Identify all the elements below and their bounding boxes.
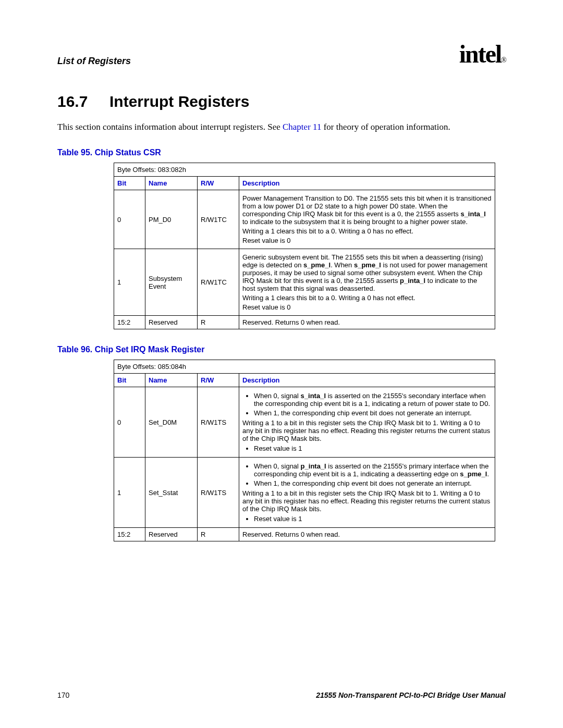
- signal-name: p_inta_l: [400, 277, 425, 285]
- running-head: List of Registers: [57, 56, 131, 67]
- desc-text: Power Management Transition to D0. The 2…: [242, 194, 491, 218]
- desc-text: Reset value is 0: [242, 237, 492, 244]
- col-name: Name: [145, 374, 198, 387]
- list-item: Reset value is 1: [254, 445, 492, 452]
- col-rw: R/W: [198, 177, 239, 190]
- desc-text: Writing a 1 clears this bit to a 0. Writ…: [242, 294, 492, 302]
- name-cell: Reserved: [145, 316, 198, 329]
- desc-text: Writing a 1 to a bit in this register se…: [242, 419, 492, 442]
- list-item: When 1, the corresponding chip event bit…: [254, 479, 492, 487]
- desc-text: to indicate to the subsystem that it is …: [242, 218, 468, 226]
- bit-cell: 15:2: [114, 528, 145, 541]
- name-cell: Subsystem Event: [145, 249, 198, 316]
- table-row: 1 Subsystem Event R/W1TC Generic subsyst…: [114, 249, 495, 316]
- intro-text-after: for theory of operation information.: [321, 122, 450, 132]
- table-row: 15:2 Reserved R Reserved. Returns 0 when…: [114, 528, 495, 541]
- rw-cell: R/W1TC: [198, 249, 239, 316]
- manual-title: 21555 Non-Transparent PCI-to-PCI Bridge …: [316, 691, 506, 699]
- table-row: 15:2 Reserved R Reserved. Returns 0 when…: [114, 316, 495, 329]
- name-cell: Set_D0M: [145, 387, 198, 458]
- page-footer: 170 21555 Non-Transparent PCI-to-PCI Bri…: [57, 691, 506, 699]
- signal-name: s_pme_l: [303, 261, 331, 269]
- desc-text: When 0, signal: [254, 392, 301, 400]
- logo-text: intel: [459, 40, 501, 68]
- table95: Byte Offsets: 083:082h Bit Name R/W Desc…: [114, 163, 495, 329]
- rw-cell: R: [198, 528, 239, 541]
- signal-name: p_inta_l: [301, 462, 326, 470]
- table96: Byte Offsets: 085:084h Bit Name R/W Desc…: [114, 360, 495, 541]
- name-cell: Reserved: [145, 528, 198, 541]
- list-item: When 1, the corresponding chip event bit…: [254, 409, 492, 417]
- table-row: 0 PM_D0 R/W1TC Power Management Transiti…: [114, 190, 495, 249]
- col-desc: Description: [239, 177, 495, 190]
- col-bit: Bit: [114, 374, 145, 387]
- intro-text-before: This section contains information about …: [57, 122, 283, 132]
- desc-cell: Reserved. Returns 0 when read.: [239, 316, 495, 329]
- signal-name: s_inta_l: [460, 210, 485, 218]
- logo-mark: ®: [501, 56, 506, 64]
- col-rw: R/W: [198, 374, 239, 387]
- name-cell: Set_Sstat: [145, 458, 198, 528]
- bit-cell: 15:2: [114, 316, 145, 329]
- desc-text: When 0, signal: [254, 462, 301, 470]
- table95-byte-offsets-row: Byte Offsets: 083:082h: [114, 163, 495, 177]
- page-header: List of Registers intel®: [57, 42, 506, 67]
- desc-text: Reset value is 0: [242, 303, 492, 311]
- desc-cell: When 0, signal p_inta_l is asserted on t…: [239, 458, 495, 528]
- signal-name: s_inta_l: [301, 392, 326, 400]
- desc-text: .: [487, 470, 489, 478]
- desc-cell: Reserved. Returns 0 when read.: [239, 528, 495, 541]
- desc-cell: Power Management Transition to D0. The 2…: [239, 190, 495, 249]
- table-row: 0 Set_D0M R/W1TS When 0, signal s_inta_l…: [114, 387, 495, 458]
- col-desc: Description: [239, 374, 495, 387]
- table96-header-row: Bit Name R/W Description: [114, 374, 495, 387]
- section-heading-text: Interrupt Registers: [109, 93, 249, 110]
- bit-cell: 0: [114, 387, 145, 458]
- list-item: When 0, signal s_inta_l is asserted on t…: [254, 392, 492, 408]
- col-bit: Bit: [114, 177, 145, 190]
- desc-cell: Generic subsystem event bit. The 21555 s…: [239, 249, 495, 316]
- signal-name: s_pme_l: [460, 470, 487, 478]
- table95-header-row: Bit Name R/W Description: [114, 177, 495, 190]
- rw-cell: R/W1TC: [198, 190, 239, 249]
- bit-cell: 1: [114, 249, 145, 316]
- table-row: 1 Set_Sstat R/W1TS When 0, signal p_inta…: [114, 458, 495, 528]
- table96-caption: Table 96. Chip Set IRQ Mask Register: [57, 345, 506, 354]
- table95-caption: Table 95. Chip Status CSR: [57, 148, 506, 157]
- section-number: 16.7: [57, 93, 109, 110]
- rw-cell: R/W1TS: [198, 387, 239, 458]
- bit-cell: 1: [114, 458, 145, 528]
- bit-cell: 0: [114, 190, 145, 249]
- desc-text: Writing a 1 clears this bit to a 0. Writ…: [242, 227, 492, 235]
- rw-cell: R: [198, 316, 239, 329]
- intel-logo: intel®: [459, 42, 506, 67]
- list-item: When 0, signal p_inta_l is asserted on t…: [254, 462, 492, 478]
- table96-byte-offsets-row: Byte Offsets: 085:084h: [114, 360, 495, 374]
- name-cell: PM_D0: [145, 190, 198, 249]
- col-name: Name: [145, 177, 198, 190]
- list-item: Reset value is 1: [254, 515, 492, 523]
- desc-text: . When: [331, 261, 354, 269]
- section-title: 16.7Interrupt Registers: [57, 93, 506, 110]
- page-number: 170: [57, 691, 69, 699]
- intro-paragraph: This section contains information about …: [57, 122, 506, 132]
- desc-cell: When 0, signal s_inta_l is asserted on t…: [239, 387, 495, 458]
- chapter-link[interactable]: Chapter 11: [283, 122, 321, 132]
- rw-cell: R/W1TS: [198, 458, 239, 528]
- signal-name: s_pme_l: [354, 261, 381, 269]
- desc-text: Writing a 1 to a bit in this register se…: [242, 489, 492, 513]
- table96-byte-offsets: Byte Offsets: 085:084h: [114, 360, 495, 374]
- table95-byte-offsets: Byte Offsets: 083:082h: [114, 163, 495, 177]
